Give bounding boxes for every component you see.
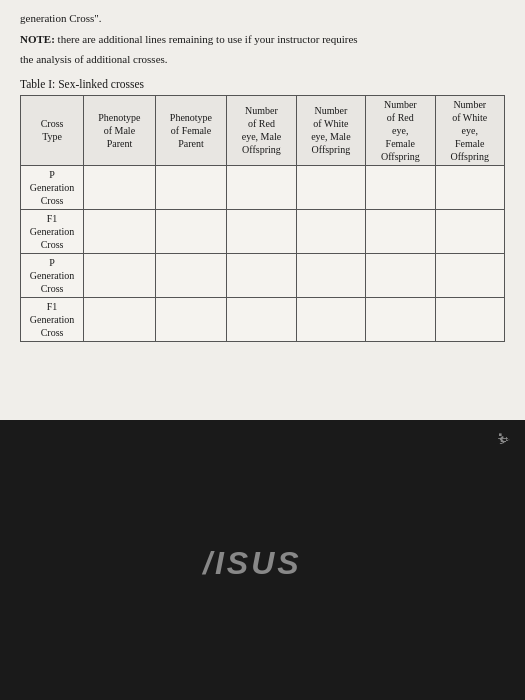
header-phenotype-male: Phenotypeof MaleParent bbox=[84, 95, 156, 165]
header-phenotype-female: Phenotypeof FemaleParent bbox=[155, 95, 227, 165]
laptop-keyboard-area: ⛷ /ISUS bbox=[0, 420, 525, 700]
white-male-4 bbox=[296, 297, 365, 341]
phenotype-male-4 bbox=[84, 297, 156, 341]
header-red-female: Numberof Redeye,FemaleOffspring bbox=[366, 95, 435, 165]
header-cross-type: CrossType bbox=[21, 95, 84, 165]
asus-logo-svg: /ISUS bbox=[198, 540, 328, 580]
note-line: NOTE: there are additional lines remaini… bbox=[20, 31, 505, 48]
red-female-1 bbox=[366, 165, 435, 209]
red-male-2 bbox=[227, 209, 296, 253]
white-female-2 bbox=[435, 209, 504, 253]
header-white-female: Numberof Whiteeye,FemaleOffspring bbox=[435, 95, 504, 165]
white-female-1 bbox=[435, 165, 504, 209]
table-title: Table I: Sex-linked crosses bbox=[20, 78, 505, 90]
sex-linked-crosses-table: CrossType Phenotypeof MaleParent Phenoty… bbox=[20, 95, 505, 342]
table-row: PGenerationCross bbox=[21, 253, 505, 297]
phenotype-female-4 bbox=[155, 297, 227, 341]
white-female-3 bbox=[435, 253, 504, 297]
phenotype-female-3 bbox=[155, 253, 227, 297]
phenotype-female-1 bbox=[155, 165, 227, 209]
white-male-3 bbox=[296, 253, 365, 297]
cross-type-3: PGenerationCross bbox=[21, 253, 84, 297]
red-male-4 bbox=[227, 297, 296, 341]
white-male-2 bbox=[296, 209, 365, 253]
phenotype-male-3 bbox=[84, 253, 156, 297]
document-area: generation Cross". NOTE: there are addit… bbox=[0, 0, 525, 420]
table-row: F1GenerationCross bbox=[21, 297, 505, 341]
header-white-male: Numberof Whiteeye, MaleOffspring bbox=[296, 95, 365, 165]
note-label: NOTE: bbox=[20, 33, 55, 45]
red-female-3 bbox=[366, 253, 435, 297]
cross-type-1: PGenerationCross bbox=[21, 165, 84, 209]
table-row: F1GenerationCross bbox=[21, 209, 505, 253]
white-female-4 bbox=[435, 297, 504, 341]
red-male-3 bbox=[227, 253, 296, 297]
text-line-1: generation Cross". bbox=[20, 10, 505, 27]
table-row: PGenerationCross bbox=[21, 165, 505, 209]
red-female-2 bbox=[366, 209, 435, 253]
svg-text:/ISUS: /ISUS bbox=[201, 545, 302, 580]
note-continuation: the analysis of additional crosses. bbox=[20, 51, 505, 68]
header-red-male: Numberof Redeye, MaleOffspring bbox=[227, 95, 296, 165]
asus-logo: /ISUS bbox=[198, 540, 328, 580]
phenotype-female-2 bbox=[155, 209, 227, 253]
settings-icon: ⛷ bbox=[497, 432, 511, 448]
phenotype-male-2 bbox=[84, 209, 156, 253]
white-male-1 bbox=[296, 165, 365, 209]
cross-type-2: F1GenerationCross bbox=[21, 209, 84, 253]
phenotype-male-1 bbox=[84, 165, 156, 209]
cross-type-4: F1GenerationCross bbox=[21, 297, 84, 341]
note-text: there are additional lines remaining to … bbox=[55, 33, 358, 45]
red-female-4 bbox=[366, 297, 435, 341]
table-header-row: CrossType Phenotypeof MaleParent Phenoty… bbox=[21, 95, 505, 165]
red-male-1 bbox=[227, 165, 296, 209]
